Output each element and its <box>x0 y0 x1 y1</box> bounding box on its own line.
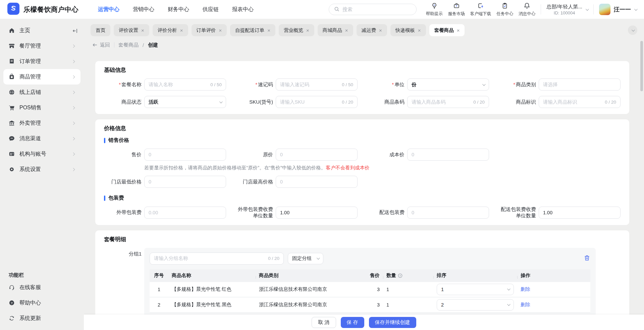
tab-combo-products[interactable]: 套餐商品× <box>429 24 465 36</box>
close-icon[interactable]: × <box>379 28 382 33</box>
nav-operations-center[interactable]: 运营中心 <box>98 6 119 13</box>
close-icon[interactable]: × <box>457 28 460 33</box>
help-tips-button[interactable]: 帮助提示 <box>426 2 443 17</box>
top-bar: 乐檬餐饮商户中心 运营中心 营销中心 财务中心 供应链 报表中心 搜索 帮助提示… <box>0 0 644 19</box>
sidebar-item-org-accounts[interactable]: 机构与账号 <box>3 146 80 162</box>
tab-overflow-button[interactable] <box>628 25 637 35</box>
sku-input[interactable]: 请输入SKU 0 / 20 <box>276 96 358 108</box>
field-label: 原价 <box>235 152 273 158</box>
search-placeholder: 搜索 <box>342 6 353 13</box>
shorthand-code-input[interactable]: 请输入速记码 0 / 50 <box>276 78 358 91</box>
nav-marketing-center[interactable]: 营销中心 <box>133 6 154 13</box>
search-input[interactable]: 搜索 <box>329 4 417 15</box>
clipboard-check-icon <box>501 2 508 10</box>
arrow-left-icon <box>92 42 98 48</box>
char-counter: 0 / 50 <box>210 82 222 87</box>
close-icon[interactable]: × <box>219 28 222 33</box>
sidebar-item-message-channels[interactable]: 消息渠道 <box>3 131 80 146</box>
bank-icon <box>9 120 15 126</box>
save-and-continue-button[interactable]: 保存并继续创建 <box>369 317 416 328</box>
sidebar-item-restaurant[interactable]: 餐厅管理 <box>3 38 80 54</box>
group-name-input[interactable]: 请输入分组名称 0 / 20 <box>150 253 284 265</box>
field-delivery-packing-fee: 配送包装费 0 <box>367 206 489 219</box>
sidebar-item-pos-sales[interactable]: POS销售 <box>3 100 80 115</box>
sort-select[interactable]: 2 <box>437 299 514 311</box>
service-market-button[interactable]: 服务市场 <box>448 2 465 17</box>
chevron-down-icon <box>634 7 638 11</box>
store-max-price-input[interactable]: 0 <box>276 176 358 188</box>
task-center-button[interactable]: 任务中心 <box>496 2 513 17</box>
trash-icon[interactable] <box>584 255 590 263</box>
chevron-right-icon <box>72 106 75 109</box>
lightbulb-icon <box>431 2 438 10</box>
user-menu[interactable]: 汪一一 <box>599 4 637 15</box>
sidebar-item-online-store[interactable]: 线上店铺 <box>3 85 80 100</box>
close-icon[interactable]: × <box>267 28 270 33</box>
delivery-packing-fee-input[interactable]: 0 <box>407 207 489 219</box>
scrollbar-thumb[interactable] <box>640 41 643 91</box>
cost-price-input[interactable]: 0 <box>407 149 489 161</box>
tab-review-analysis[interactable]: 评价分析× <box>153 24 188 36</box>
field-product-category: *商品类别 请选择 <box>498 78 621 91</box>
back-button[interactable]: 返回 <box>92 42 110 48</box>
quantity-help-icon[interactable]: ? <box>398 273 402 278</box>
tab-pickup-delivery-orders[interactable]: 自提配送订单× <box>230 24 275 36</box>
sidebar-item-system-update[interactable]: 系统更新 <box>3 311 80 326</box>
delete-row-link[interactable]: 删除 <box>521 286 530 292</box>
product-category-input[interactable]: 请选择 <box>539 78 621 91</box>
sort-select[interactable]: 1 <box>437 284 514 295</box>
divider <box>593 4 594 14</box>
tab-business-overview[interactable]: 营业概览× <box>279 24 314 36</box>
sidebar-item-home[interactable]: 主页 <box>3 23 80 38</box>
save-button[interactable]: 保 存 <box>341 317 364 328</box>
chevron-right-icon <box>72 168 75 171</box>
takeout-packing-unit-qty-input[interactable]: 1.00 <box>276 207 358 219</box>
chevron-down-icon <box>507 302 511 306</box>
unit-select[interactable]: 份 <box>407 78 489 91</box>
sidebar-item-takeout[interactable]: 外卖管理 <box>3 115 80 131</box>
nav-report-center[interactable]: 报表中心 <box>232 6 254 13</box>
sale-price-input[interactable]: 0 <box>144 149 226 161</box>
close-icon[interactable]: × <box>141 28 144 33</box>
tab-order-reviews[interactable]: 订单评价× <box>192 24 227 36</box>
store-min-price-input[interactable]: 0 <box>144 176 226 188</box>
tab-shipping-discount[interactable]: 减运费× <box>357 24 387 36</box>
breadcrumb-current: 创建 <box>148 42 158 48</box>
sidebar-item-orders[interactable]: 订单管理 <box>3 54 80 69</box>
delivery-packing-unit-qty-input[interactable]: 1.00 <box>539 207 621 219</box>
takeout-packing-fee-input[interactable]: 0.00 <box>144 207 226 219</box>
delete-row-link[interactable]: 删除 <box>521 302 530 307</box>
sidebar-item-online-support[interactable]: 在线客服 <box>3 280 80 295</box>
search-icon <box>334 6 340 13</box>
close-icon[interactable]: × <box>306 28 309 33</box>
tab-review-settings[interactable]: 评价设置× <box>114 24 149 36</box>
cancel-button[interactable]: 取 消 <box>312 317 336 328</box>
nav-supply-chain[interactable]: 供应链 <box>203 6 219 13</box>
sidebar-item-products[interactable]: 商品管理 <box>3 69 80 85</box>
brand-name: 乐檬餐饮商户中心 <box>23 5 78 14</box>
tab-express-template[interactable]: 快递模板× <box>390 24 426 36</box>
tab-home[interactable]: 首页 <box>91 24 110 36</box>
close-icon[interactable]: × <box>345 28 348 33</box>
nav-finance-center[interactable]: 财务中心 <box>168 6 189 13</box>
field-label: *速记码 <box>235 81 273 88</box>
product-status-select[interactable]: 活跃 <box>144 96 226 108</box>
client-download-button[interactable]: 客户端下载 <box>470 2 491 17</box>
combo-name-input[interactable]: 请输入名称 0 / 50 <box>144 78 226 91</box>
bell-icon <box>524 2 530 10</box>
breadcrumb-parent[interactable]: 套餐商品 <box>118 42 139 48</box>
close-icon[interactable]: × <box>180 28 183 33</box>
sidebar-item-help-center[interactable]: ? 帮助中心 <box>3 295 80 311</box>
barcode-input[interactable]: 请输入商品条码 0 / 20 <box>407 96 489 108</box>
close-icon[interactable]: × <box>418 28 421 33</box>
sidebar-item-system-settings[interactable]: 系统设置 <box>3 162 80 177</box>
field-unit: *单位 份 <box>367 78 489 91</box>
org-switcher[interactable]: 总部/年轻人第... ID: 100004 <box>546 4 582 15</box>
chevron-right-icon <box>72 44 75 48</box>
group-type-select[interactable]: 固定分组 <box>288 253 323 264</box>
message-center-button[interactable]: 消息中心 <box>519 2 535 17</box>
product-mark-input[interactable]: 请输入商品标识 0 / 20 <box>539 96 621 108</box>
original-price-input[interactable]: 0 <box>276 149 358 161</box>
price-info-card: 价格信息 销售价格 售价 0 原价 0 成本价 0 <box>95 119 629 225</box>
tab-mall-products[interactable]: 商城商品× <box>318 24 353 36</box>
